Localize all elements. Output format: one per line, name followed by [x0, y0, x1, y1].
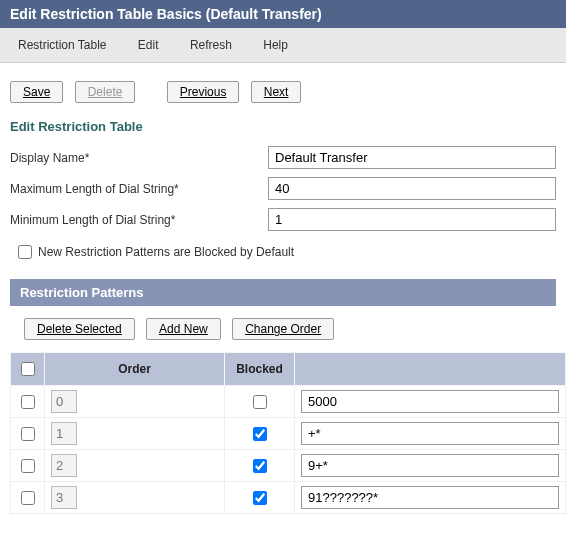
table-row [11, 450, 566, 482]
table-row [11, 418, 566, 450]
save-button[interactable]: Save [10, 81, 63, 103]
column-header-order: Order [45, 353, 225, 386]
column-header-blocked: Blocked [225, 353, 295, 386]
order-field [51, 422, 77, 445]
menu-restriction-table[interactable]: Restriction Table [4, 34, 121, 56]
delete-button[interactable]: Delete [75, 81, 136, 103]
add-new-button[interactable]: Add New [146, 318, 221, 340]
blocked-checkbox[interactable] [253, 491, 267, 505]
blocked-default-label: New Restriction Patterns are Blocked by … [38, 245, 294, 259]
pattern-field[interactable] [301, 390, 559, 413]
max-length-label: Maximum Length of Dial String* [10, 182, 268, 196]
pattern-field[interactable] [301, 486, 559, 509]
previous-button[interactable]: Previous [167, 81, 240, 103]
column-header-pattern [295, 353, 566, 386]
display-name-field[interactable] [268, 146, 556, 169]
delete-selected-button[interactable]: Delete Selected [24, 318, 135, 340]
min-length-field[interactable] [268, 208, 556, 231]
max-length-field[interactable] [268, 177, 556, 200]
order-field [51, 454, 77, 477]
toolbar: Save Delete Previous Next [0, 63, 566, 113]
min-length-label: Minimum Length of Dial String* [10, 213, 268, 227]
menu-help[interactable]: Help [249, 34, 302, 56]
row-select-checkbox[interactable] [21, 491, 35, 505]
change-order-button[interactable]: Change Order [232, 318, 334, 340]
next-button[interactable]: Next [251, 81, 302, 103]
table-row [11, 386, 566, 418]
blocked-default-checkbox[interactable] [18, 245, 32, 259]
patterns-table: Order Blocked [10, 352, 566, 514]
patterns-header: Restriction Patterns [10, 279, 556, 306]
table-row [11, 482, 566, 514]
blocked-checkbox[interactable] [253, 395, 267, 409]
pattern-field[interactable] [301, 422, 559, 445]
order-field [51, 486, 77, 509]
menu-edit[interactable]: Edit [124, 34, 173, 56]
order-field [51, 390, 77, 413]
row-select-checkbox[interactable] [21, 427, 35, 441]
section-title: Edit Restriction Table [0, 113, 566, 142]
select-all-checkbox[interactable] [21, 362, 35, 376]
blocked-checkbox[interactable] [253, 427, 267, 441]
patterns-toolbar: Delete Selected Add New Change Order [0, 306, 566, 352]
page-title: Edit Restriction Table Basics (Default T… [0, 0, 566, 28]
blocked-checkbox[interactable] [253, 459, 267, 473]
display-name-label: Display Name* [10, 151, 268, 165]
row-select-checkbox[interactable] [21, 459, 35, 473]
row-select-checkbox[interactable] [21, 395, 35, 409]
menubar: Restriction Table Edit Refresh Help [0, 28, 566, 63]
pattern-field[interactable] [301, 454, 559, 477]
menu-refresh[interactable]: Refresh [176, 34, 246, 56]
